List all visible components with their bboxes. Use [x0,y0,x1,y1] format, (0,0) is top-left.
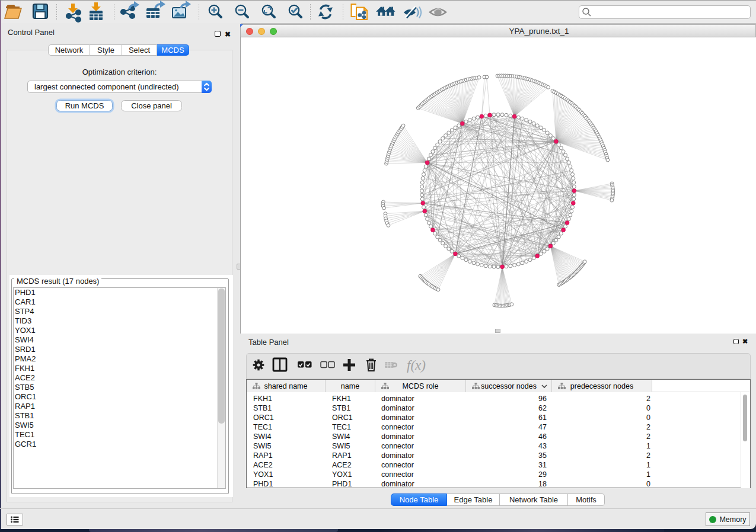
svg-text:f(x): f(x) [407,358,426,373]
